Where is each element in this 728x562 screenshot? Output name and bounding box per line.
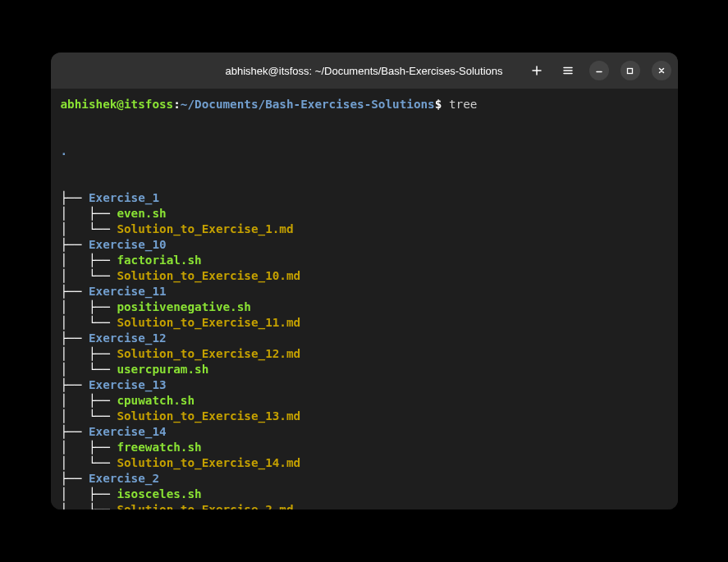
tree-branch: └── bbox=[89, 503, 117, 509]
tree-indent: │ bbox=[61, 222, 89, 235]
tree-entry: │ └── Solution_to_Exercise_2.md bbox=[61, 502, 668, 509]
tree-directory: Exercise_12 bbox=[89, 331, 167, 345]
tree-root: . bbox=[61, 144, 68, 158]
tree-branch: ├── bbox=[61, 472, 89, 485]
tree-indent: │ bbox=[61, 441, 89, 454]
window-title: abhishek@itsfoss: ~/Documents/Bash-Exerc… bbox=[226, 65, 503, 77]
tree-directory: Exercise_10 bbox=[89, 238, 167, 251]
tree-branch: ├── bbox=[89, 347, 117, 360]
tree-entry: │ ├── freewatch.sh bbox=[61, 440, 668, 455]
tree-branch: ├── bbox=[89, 207, 117, 220]
tree-entry: │ └── Solution_to_Exercise_13.md bbox=[61, 409, 668, 424]
tree-branch: ├── bbox=[61, 425, 89, 438]
tree-file: Solution_to_Exercise_13.md bbox=[117, 409, 300, 423]
tree-file: positivenegative.sh bbox=[117, 300, 251, 313]
tree-file: even.sh bbox=[117, 207, 166, 220]
tree-entry: │ └── Solution_to_Exercise_10.md bbox=[61, 268, 668, 284]
tree-entry: │ ├── Solution_to_Exercise_12.md bbox=[61, 346, 668, 362]
terminal-body[interactable]: abhishek@itsfoss:~/Documents/Bash-Exerci… bbox=[51, 89, 678, 509]
titlebar: abhishek@itsfoss: ~/Documents/Bash-Exerc… bbox=[51, 53, 678, 89]
tree-branch: ├── bbox=[89, 300, 117, 313]
tree-entry: ├── Exercise_12 bbox=[61, 331, 668, 346]
tree-entry: ├── Exercise_10 bbox=[61, 237, 668, 253]
tree-file: freewatch.sh bbox=[117, 441, 201, 454]
svg-rect-0 bbox=[628, 68, 633, 73]
tree-entry: ├── Exercise_2 bbox=[61, 471, 668, 487]
tree-file: Solution_to_Exercise_10.md bbox=[117, 269, 300, 282]
tree-indent: │ bbox=[61, 347, 89, 360]
tree-branch: └── bbox=[89, 316, 117, 329]
menu-button[interactable] bbox=[558, 61, 578, 80]
close-button[interactable] bbox=[652, 61, 671, 80]
prompt-path: ~/Documents/Bash-Exercises-Solutions bbox=[181, 98, 435, 111]
tree-file: Solution_to_Exercise_12.md bbox=[117, 347, 300, 360]
tree-indent: │ bbox=[61, 456, 89, 469]
tree-entry: ├── Exercise_13 bbox=[61, 377, 668, 393]
terminal-window: abhishek@itsfoss: ~/Documents/Bash-Exerc… bbox=[51, 53, 678, 509]
tree-file: Solution_to_Exercise_14.md bbox=[117, 456, 300, 469]
tree-branch: ├── bbox=[61, 191, 89, 204]
command-text: tree bbox=[442, 98, 477, 111]
tree-entry: ├── Exercise_11 bbox=[61, 284, 668, 299]
tree-branch: └── bbox=[89, 363, 117, 376]
prompt-user-host: abhishek@itsfoss bbox=[61, 98, 174, 111]
tree-indent: │ bbox=[61, 409, 89, 423]
tree-directory: Exercise_11 bbox=[89, 285, 167, 298]
tree-entry: │ ├── isosceles.sh bbox=[61, 487, 668, 502]
tree-indent: │ bbox=[61, 487, 89, 500]
tree-indent: │ bbox=[61, 316, 89, 329]
tree-directory: Exercise_14 bbox=[89, 425, 167, 438]
tree-indent: │ bbox=[61, 300, 89, 313]
tree-output: . ├── Exercise_1│ ├── even.sh│ └── Solut… bbox=[61, 112, 668, 509]
tree-entry: ├── Exercise_1 bbox=[61, 190, 668, 206]
tree-branch: ├── bbox=[89, 487, 117, 500]
tree-entry: │ ├── even.sh bbox=[61, 206, 668, 222]
tree-indent: │ bbox=[61, 269, 89, 282]
tree-directory: Exercise_1 bbox=[89, 191, 159, 204]
tree-indent: │ bbox=[61, 363, 89, 376]
minimize-button[interactable] bbox=[589, 61, 609, 80]
tree-entry: ├── Exercise_14 bbox=[61, 424, 668, 440]
tree-directory: Exercise_2 bbox=[89, 472, 159, 485]
tree-entry: │ ├── positivenegative.sh bbox=[61, 299, 668, 315]
tree-branch: └── bbox=[89, 456, 117, 469]
tree-directory: Exercise_13 bbox=[89, 378, 167, 391]
tree-file: Solution_to_Exercise_1.md bbox=[117, 222, 293, 235]
tree-indent: │ bbox=[61, 254, 89, 267]
prompt-colon: : bbox=[173, 98, 181, 111]
tree-branch: ├── bbox=[61, 285, 89, 298]
new-tab-button[interactable] bbox=[527, 61, 547, 80]
tree-entry: │ └── Solution_to_Exercise_1.md bbox=[61, 222, 668, 237]
tree-branch: ├── bbox=[89, 441, 117, 454]
tree-indent: │ bbox=[61, 503, 89, 509]
tree-file: factorial.sh bbox=[117, 254, 201, 267]
tree-branch: ├── bbox=[61, 378, 89, 391]
tree-entry: │ └── usercpuram.sh bbox=[61, 362, 668, 377]
tree-branch: ├── bbox=[89, 394, 117, 407]
window-controls bbox=[527, 61, 671, 80]
prompt-line: abhishek@itsfoss:~/Documents/Bash-Exerci… bbox=[61, 97, 668, 112]
tree-file: cpuwatch.sh bbox=[117, 394, 195, 407]
tree-file: isosceles.sh bbox=[117, 487, 201, 500]
tree-indent: │ bbox=[61, 207, 89, 220]
tree-file: usercpuram.sh bbox=[117, 363, 208, 376]
tree-branch: ├── bbox=[61, 331, 89, 345]
tree-branch: └── bbox=[89, 222, 117, 235]
tree-branch: └── bbox=[89, 269, 117, 282]
tree-entry: │ └── Solution_to_Exercise_14.md bbox=[61, 455, 668, 471]
tree-branch: ├── bbox=[61, 238, 89, 251]
tree-file: Solution_to_Exercise_11.md bbox=[117, 316, 300, 329]
tree-entry: │ ├── factorial.sh bbox=[61, 253, 668, 268]
tree-branch: ├── bbox=[89, 254, 117, 267]
tree-branch: └── bbox=[89, 409, 117, 423]
maximize-button[interactable] bbox=[620, 61, 640, 80]
tree-entry: │ ├── cpuwatch.sh bbox=[61, 393, 668, 409]
tree-indent: │ bbox=[61, 394, 89, 407]
tree-entry: │ └── Solution_to_Exercise_11.md bbox=[61, 315, 668, 331]
tree-file: Solution_to_Exercise_2.md bbox=[117, 503, 293, 509]
